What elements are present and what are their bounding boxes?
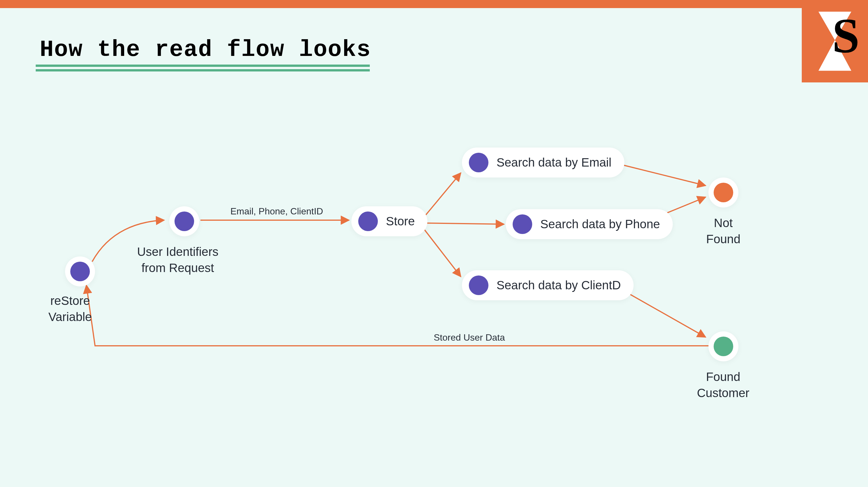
flow-diagram: reStore Variable User Identifiers from R…: [0, 0, 868, 487]
node-dot-icon: [469, 153, 489, 172]
node-search-phone: Search data by Phone: [506, 209, 673, 239]
node-restore-label: reStore Variable: [49, 293, 92, 325]
edge-label-ids-to-store: Email, Phone, ClientID: [230, 206, 323, 217]
node-dot-icon: [70, 262, 90, 281]
node-dot-icon: [513, 214, 532, 234]
node-dot-icon: [175, 211, 194, 231]
node-not-found-label: Not Found: [706, 215, 740, 248]
node-found-customer: [709, 332, 738, 361]
node-search-phone-label: Search data by Phone: [540, 217, 660, 231]
node-not-found: [709, 177, 738, 207]
node-user-identifiers-label: User Identifiers from Request: [137, 244, 218, 276]
node-search-client-label: Search data by ClientD: [496, 278, 621, 292]
node-dot-icon: [358, 211, 378, 231]
node-user-identifiers: [169, 206, 199, 236]
node-dot-icon: [469, 276, 489, 295]
node-store: Store: [351, 206, 427, 236]
node-dot-icon: [714, 183, 733, 202]
node-dot-icon: [714, 337, 733, 356]
node-search-client: Search data by ClientD: [462, 270, 633, 300]
node-search-email-label: Search data by Email: [496, 155, 611, 169]
node-restore: [65, 256, 95, 286]
node-found-customer-label: Found Customer: [697, 369, 749, 401]
node-search-email: Search data by Email: [462, 147, 624, 177]
edge-label-found-to-restore: Stored User Data: [434, 333, 505, 343]
node-store-label: Store: [386, 214, 415, 228]
